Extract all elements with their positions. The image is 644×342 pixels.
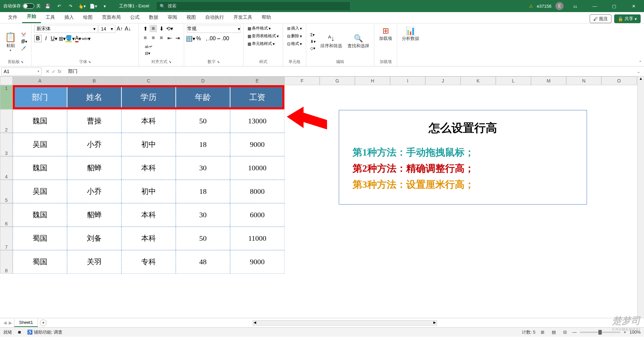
format-cells-button[interactable]: ⊡ 格式 ▾ — [286, 40, 303, 47]
cell[interactable]: 初中 — [121, 180, 176, 203]
tab-layout[interactable]: 页面布局 — [97, 12, 125, 23]
cell[interactable]: 刘备 — [67, 227, 121, 250]
copy-icon[interactable]: 🗐▾ — [20, 39, 29, 45]
tab-view[interactable]: 视图 — [182, 12, 201, 23]
row-header[interactable]: 3 — [0, 133, 13, 156]
col-header[interactable]: A — [13, 76, 67, 85]
tab-file[interactable]: 文件 — [3, 12, 22, 23]
percent-icon[interactable]: % — [195, 35, 202, 42]
redo-icon[interactable]: ↷ — [66, 2, 75, 10]
cell-a1[interactable]: 部门 — [13, 85, 67, 109]
clear-icon[interactable]: ◇▾ — [309, 45, 317, 51]
cell[interactable]: 本科 — [121, 203, 176, 227]
share-button[interactable]: 🔓 共享 ▾ — [614, 14, 641, 23]
tab-automate[interactable]: 自动执行 — [201, 12, 229, 23]
cell[interactable]: 工资 — [230, 85, 284, 109]
col-header[interactable]: K — [461, 76, 496, 85]
autosave-toggle[interactable]: 自动保存 关 — [3, 3, 41, 9]
italic-icon[interactable]: I — [42, 35, 50, 42]
fx-icon[interactable]: fx — [58, 69, 61, 74]
search-input[interactable]: 🔍 搜索 — [156, 1, 351, 11]
sheet-tab-active[interactable]: Sheet1 — [14, 319, 38, 327]
cell[interactable]: 小乔 — [67, 133, 121, 156]
avatar[interactable]: E — [555, 2, 564, 10]
align-left-icon[interactable]: ≡ — [142, 34, 149, 42]
tab-formula[interactable]: 公式 — [125, 12, 144, 23]
cell[interactable]: 初中 — [121, 133, 176, 156]
cell[interactable]: 18 — [176, 133, 230, 156]
cell[interactable]: 18 — [176, 180, 230, 203]
accessibility-button[interactable]: ♿ 辅助功能: 调查 — [27, 329, 62, 335]
cell[interactable]: 吴国 — [13, 133, 67, 156]
border-icon[interactable]: ⊞▾ — [58, 35, 66, 42]
cell[interactable]: 30 — [176, 156, 230, 180]
qat-more-icon[interactable]: 📄▾ — [89, 2, 98, 10]
ribbon-options-icon[interactable]: ⚏ — [568, 0, 583, 12]
cell[interactable]: 6000 — [230, 203, 284, 227]
col-header[interactable]: H — [355, 76, 390, 85]
paste-button[interactable]: 📋 粘贴▾ — [3, 25, 18, 58]
rec-icon[interactable]: ⏺ — [17, 330, 22, 335]
font-name-select[interactable]: 新宋体▾ — [34, 25, 98, 33]
comments-button[interactable]: 🖊 批注 — [590, 14, 611, 23]
col-header[interactable]: D — [176, 76, 230, 85]
cell[interactable]: 蜀国 — [13, 227, 67, 250]
indent-inc-icon[interactable]: ⇥ — [174, 34, 181, 42]
delete-cells-button[interactable]: ⊟ 删除 ▾ — [286, 33, 303, 40]
add-sheet-button[interactable]: + — [40, 320, 47, 326]
align-launcher-icon[interactable]: ⬊ — [169, 60, 171, 64]
cell[interactable]: 学历 — [121, 85, 176, 109]
view-normal-icon[interactable]: ⊞ — [539, 329, 546, 335]
number-format-select[interactable]: 常规▾ — [187, 25, 240, 33]
font-size-select[interactable]: 14▾ — [99, 25, 115, 33]
cell[interactable]: 48 — [176, 250, 230, 274]
increase-font-icon[interactable]: A↑ — [116, 25, 123, 33]
cell[interactable]: 9000 — [230, 133, 284, 156]
row-header[interactable]: 5 — [0, 180, 13, 203]
autosum-icon[interactable]: Σ▾ — [309, 32, 317, 38]
col-header[interactable]: O — [601, 76, 637, 85]
sheet-nav-prev-icon[interactable]: ◀ — [3, 320, 7, 325]
find-select-button[interactable]: 🔍查找和选择 — [345, 25, 371, 58]
view-layout-icon[interactable]: ▤ — [550, 329, 558, 335]
col-header[interactable]: B — [67, 76, 121, 85]
vscrollbar[interactable]: ▲ — [637, 76, 644, 318]
expand-fx-icon[interactable]: ⌄ — [633, 69, 644, 74]
sheet-nav-next-icon[interactable]: ▶ — [9, 320, 12, 325]
cell[interactable]: 魏国 — [13, 203, 67, 227]
tab-insert[interactable]: 插入 — [60, 12, 78, 23]
cell[interactable]: 貂蝉 — [67, 156, 121, 180]
zoom-out-icon[interactable]: — — [572, 330, 577, 335]
cut-icon[interactable]: ✂️ — [20, 32, 29, 38]
cell[interactable]: 关羽 — [67, 250, 121, 274]
view-pagebreak-icon[interactable]: ⊟ — [561, 329, 569, 335]
cell[interactable]: 貂蝉 — [67, 203, 121, 227]
font-launcher-icon[interactable]: ⬊ — [88, 60, 91, 64]
row-header[interactable]: 8 — [0, 250, 13, 274]
undo-icon[interactable]: ↶ — [55, 2, 63, 10]
row-header[interactable]: 2 — [0, 109, 13, 133]
save-icon[interactable]: 💾 — [43, 2, 52, 10]
cancel-fx-icon[interactable]: ✕ — [46, 69, 50, 74]
row-header[interactable]: 1 — [0, 85, 13, 109]
align-top-icon[interactable]: ⬆ — [142, 25, 149, 32]
align-bottom-icon[interactable]: ⬇ — [158, 25, 165, 32]
select-all-corner[interactable] — [0, 76, 13, 85]
bold-icon[interactable]: B — [34, 35, 42, 42]
cell[interactable]: 本科 — [121, 156, 176, 180]
font-color-icon[interactable]: A▾ — [74, 35, 82, 42]
cell[interactable]: 魏国 — [13, 156, 67, 180]
tab-home[interactable]: 开始 — [22, 11, 41, 23]
col-header[interactable]: I — [390, 76, 425, 85]
tab-draw[interactable]: 绘图 — [78, 12, 97, 23]
hscrollbar[interactable]: ◀▶ — [49, 320, 641, 326]
cell[interactable]: 小乔 — [67, 180, 121, 203]
cell[interactable]: 蜀国 — [13, 250, 67, 274]
cell[interactable]: 曹操 — [67, 109, 121, 133]
align-center-icon[interactable]: ≡ — [150, 34, 157, 42]
cell[interactable]: 10000 — [230, 156, 284, 180]
addins-button[interactable]: ⊞加载项 — [377, 25, 394, 43]
align-middle-icon[interactable]: ≡ — [150, 25, 157, 32]
dec-decimal-icon[interactable]: ←.00 — [219, 35, 226, 42]
cond-format-button[interactable]: ▦ 条件格式 ▾ — [246, 25, 280, 32]
